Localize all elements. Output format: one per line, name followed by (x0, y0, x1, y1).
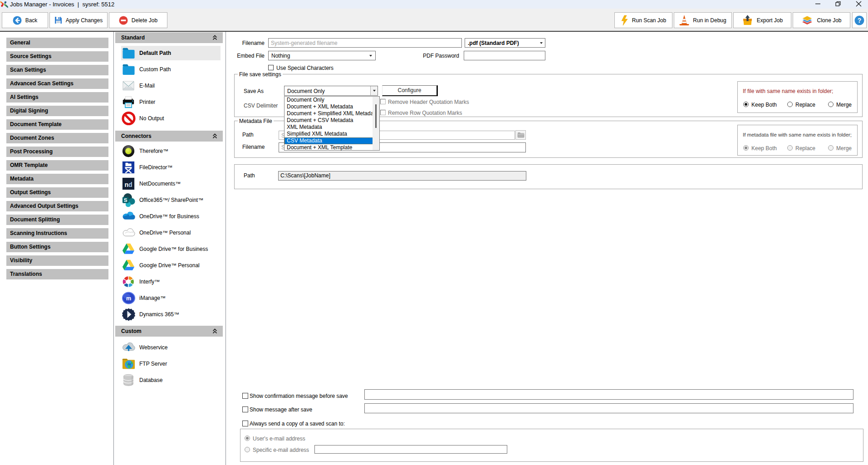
svg-text:S: S (124, 197, 128, 203)
svg-text:nd: nd (124, 181, 132, 188)
svg-text:m: m (126, 295, 131, 302)
svg-text:?: ? (858, 17, 862, 24)
